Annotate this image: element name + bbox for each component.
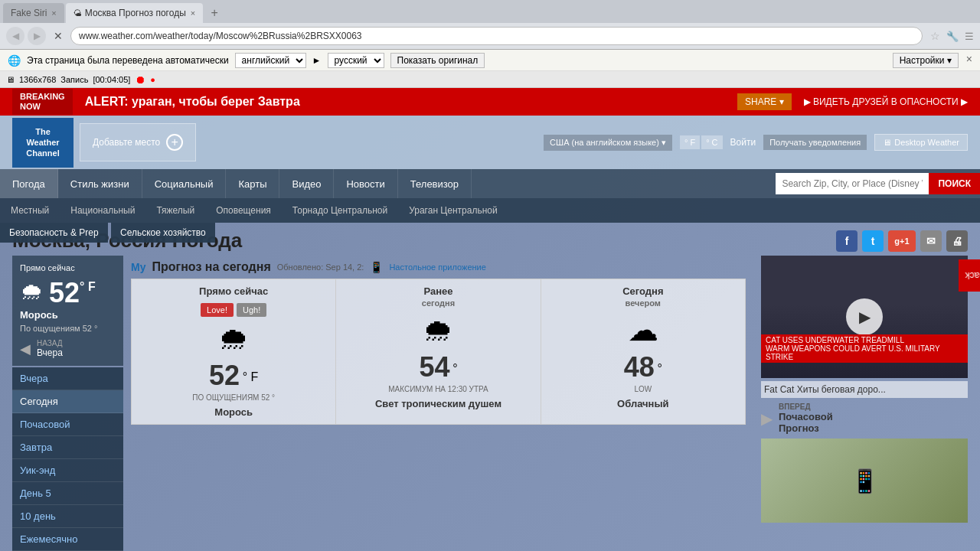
to-language-select[interactable]: русский	[328, 53, 384, 68]
next-forecast-nav[interactable]: ▶ ВПЕРЕД Почасовой Прогноз	[761, 403, 968, 434]
tab-close-weather[interactable]: ×	[191, 8, 195, 18]
forward-button[interactable]: ▶	[28, 27, 46, 45]
sidebar-link-weekend[interactable]: Уик-энд	[12, 459, 123, 482]
play-button[interactable]: ▶	[846, 298, 883, 335]
sub-nav-national[interactable]: Национальный	[60, 198, 145, 223]
nav-item-tv[interactable]: Телевизор	[398, 169, 472, 198]
gplus-share-button[interactable]: g+1	[888, 230, 916, 252]
sidebar-link-monthly[interactable]: Ежемесячно	[12, 528, 123, 551]
breaking-bar: BREAKING NOW ALERT: ураган, чтобы берег …	[0, 88, 980, 116]
main-nav: Погода Стиль жизни Социальный Карты Виде…	[0, 169, 980, 198]
dropdown-safety[interactable]: Безопасность & Prep	[0, 223, 108, 243]
yesterday-link[interactable]: Вчера	[37, 347, 63, 358]
nav-item-social[interactable]: Социальный	[142, 169, 227, 198]
logo[interactable]: The Weather Channel	[12, 118, 74, 168]
nav-item-news[interactable]: Новости	[334, 169, 397, 198]
desktop-weather-button[interactable]: 🖥 Desktop Weather	[874, 134, 968, 151]
browser-chrome: Fake Siri × 🌤 Москва Прогноз погоды × + …	[0, 0, 980, 50]
tab-close-fake-siri[interactable]: ×	[51, 8, 56, 18]
arrow-icon: ►	[312, 55, 322, 66]
current-label: Прямо сейчас	[20, 263, 116, 272]
address-bar: ◀ ▶ ✕ ☆ 🔧 ☰	[0, 23, 980, 49]
search-button[interactable]: ПОИСК	[929, 173, 980, 194]
current-weather-icon: 🌧	[20, 279, 43, 305]
back-button[interactable]: ◀	[6, 27, 24, 45]
temp-unit-now: ° F	[243, 370, 259, 383]
video-box[interactable]: ▶ CAT USES UNDERWATER TREADMILL WARM WEA…	[761, 256, 968, 378]
current-temp: 52 ° F	[49, 277, 96, 309]
forecast-header: My Прогноз на сегодня Обновлено: Sep 14,…	[131, 256, 746, 279]
sidebar-link-hourly[interactable]: Почасовой	[12, 413, 123, 436]
add-place-label: Добавьте место	[93, 137, 160, 148]
sub-nav-tornado[interactable]: Торнадо Центральной	[282, 198, 398, 223]
content-area: Прямо сейчас 🌧 52 ° F Морось По ощущения…	[0, 256, 980, 551]
celsius-button[interactable]: ° С	[701, 135, 722, 149]
facebook-share-button[interactable]: f	[836, 230, 858, 252]
twitter-share-button[interactable]: t	[862, 230, 884, 252]
phone-devices-icon: 📱	[851, 468, 879, 494]
love-button[interactable]: Love!	[201, 303, 234, 317]
fahrenheit-button[interactable]: ° F	[680, 135, 700, 149]
ugh-button[interactable]: Ugh!	[237, 303, 266, 317]
forecast-columns: Прямо сейчас Love! Ugh! 🌧 52 ° F ПО ОЩУЩ…	[132, 279, 745, 424]
tab-label-weather: Москва Прогноз погоды	[85, 8, 186, 18]
logo-line1: The	[35, 126, 51, 137]
temp-unit-evening: °	[657, 362, 662, 375]
search-box: ПОИСК	[776, 169, 980, 198]
sub-nav-local[interactable]: Местный	[0, 198, 60, 223]
prev-button[interactable]: ◀	[20, 341, 31, 357]
screen-icon: 🖥	[6, 75, 15, 84]
reload-button[interactable]: ✕	[51, 28, 66, 44]
plugin-icon[interactable]: 🔧	[946, 31, 959, 42]
sidebar-link-today[interactable]: Сегодня	[12, 390, 123, 413]
sidebar-link-yesterday[interactable]: Вчера	[12, 367, 123, 390]
print-button[interactable]: 🖨	[946, 230, 968, 252]
monitor-icon: 🖥	[883, 138, 891, 147]
video-overlay: ▶ CAT USES UNDERWATER TREADMILL WARM WEA…	[761, 256, 968, 378]
condition-now: Морось	[141, 406, 326, 418]
new-tab-button[interactable]: +	[204, 3, 224, 23]
dropdown-agriculture[interactable]: Сельское хозяйство	[111, 223, 215, 243]
recording-label: Запись	[60, 75, 88, 84]
settings-button[interactable]: Настройки ▾	[893, 53, 959, 68]
record-button[interactable]: ⏺	[135, 73, 145, 86]
from-language-select[interactable]: английский	[235, 53, 306, 68]
current-condition: Морось	[20, 309, 116, 321]
tab-label: Fake Siri	[11, 8, 47, 18]
share-button[interactable]: SHARE ▾	[737, 93, 792, 110]
country-selector[interactable]: США (на английском языке) ▾	[544, 135, 672, 151]
my-icon: My	[131, 261, 145, 273]
app-link[interactable]: Настольное приложение	[389, 262, 485, 272]
nav-item-video[interactable]: Видео	[279, 169, 334, 198]
next-label: ВПЕРЕД	[779, 403, 833, 411]
add-place-box[interactable]: Добавьте место +	[80, 123, 196, 161]
search-input[interactable]	[776, 173, 929, 194]
nav-item-maps[interactable]: Карты	[226, 169, 279, 198]
sidebar-link-tomorrow[interactable]: Завтра	[12, 436, 123, 459]
friends-danger-button[interactable]: ▶ ВИДЕТЬ ДРУЗЕЙ В ОПАСНОСТИ ▶	[804, 96, 968, 107]
notifications-button[interactable]: Получать уведомления	[763, 135, 867, 150]
sidebar-link-day5[interactable]: День 5	[12, 482, 123, 505]
video-caption: Fat Cat Хиты беговая доро...	[761, 381, 968, 398]
next-forecast-info: ВПЕРЕД Почасовой Прогноз	[779, 403, 833, 434]
sub-nav-alerts[interactable]: Оповещения	[205, 198, 282, 223]
tab-fake-siri[interactable]: Fake Siri ×	[3, 3, 64, 23]
nav-item-weather[interactable]: Погода	[0, 169, 58, 198]
email-share-button[interactable]: ✉	[920, 230, 942, 252]
show-original-button[interactable]: Показать оригинал	[390, 53, 485, 68]
sub-nav-severe[interactable]: Тяжелый	[145, 198, 205, 223]
sub-nav-hurricane[interactable]: Ураган Центральной	[398, 198, 508, 223]
menu-icon[interactable]: ☰	[965, 31, 974, 42]
signin-button[interactable]: Войти	[730, 137, 756, 148]
close-translation-button[interactable]: ×	[966, 53, 972, 68]
feedback-tab[interactable]: Feedback	[959, 259, 980, 292]
breaking-text: ALERT: ураган, чтобы берег Завтра	[85, 95, 725, 109]
url-input[interactable]	[70, 27, 923, 45]
sidebar-link-10day[interactable]: 10 день	[12, 505, 123, 528]
tab-weather[interactable]: 🌤 Москва Прогноз погоды ×	[66, 3, 203, 23]
nav-item-lifestyle[interactable]: Стиль жизни	[58, 169, 142, 198]
temp-label-earlier: МАКСИМУМ НА 12:30 УТРА	[345, 385, 531, 393]
video-thumbnail-2[interactable]: 📱	[761, 439, 968, 523]
forecast-panel: Прямо сейчас Love! Ugh! 🌧 52 ° F ПО ОЩУЩ…	[131, 279, 746, 425]
bookmark-icon[interactable]: ☆	[930, 30, 940, 42]
